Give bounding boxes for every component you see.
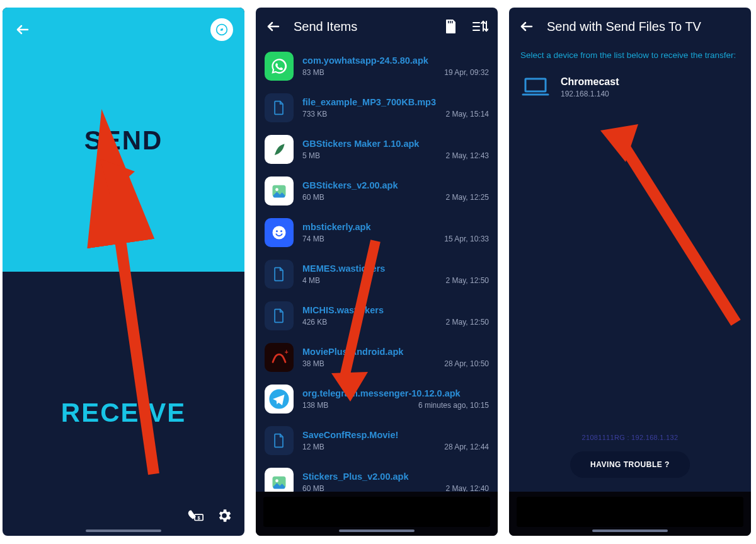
file-row[interactable]: MICHIS.wastickers426 KB2 May, 12:50: [256, 295, 498, 337]
file-time: 6 minutes ago, 10:15: [418, 401, 489, 410]
svg-point-19: [280, 230, 282, 232]
file-row[interactable]: mbstickerly.apk74 MB15 Apr, 10:33: [256, 212, 498, 253]
file-size: 4 MB: [302, 276, 320, 285]
back-button[interactable]: [518, 18, 536, 35]
file-row[interactable]: file_example_MP3_700KB.mp3733 KB2 May, 1…: [256, 87, 498, 129]
file-size: 5 MB: [302, 151, 320, 160]
laptop-icon: [522, 76, 549, 98]
home-indicator: [339, 530, 415, 532]
compass-button[interactable]: [210, 18, 233, 41]
file-size: 60 MB: [302, 484, 324, 492]
svg-rect-8: [450, 21, 451, 23]
screen-send-receive: SEND RECEIVE $: [3, 8, 244, 536]
home-indicator: [86, 530, 161, 532]
file-name: MoviePlus.Android.apk: [302, 347, 489, 357]
home-indicator: [592, 530, 668, 532]
device-item[interactable]: Chromecast 192.168.1.140: [509, 71, 751, 103]
file-time: 2 May, 12:43: [446, 151, 489, 160]
svg-text:$: $: [198, 515, 201, 521]
file-size: 60 MB: [302, 193, 324, 202]
storage-button[interactable]: [442, 18, 460, 35]
settings-button[interactable]: [215, 507, 233, 524]
instruction-text: Select a device from the list below to r…: [509, 45, 751, 71]
app-icon: [265, 135, 294, 164]
file-time: 2 May, 15:14: [446, 110, 489, 119]
this-device-info: 21081111RG : 192.168.1.132: [509, 434, 751, 441]
file-time: 2 May, 12:50: [446, 318, 489, 327]
send-region[interactable]: SEND: [3, 8, 244, 272]
file-name: GBStickers_v2.00.apk: [302, 180, 489, 190]
page-title: Send Items: [294, 20, 357, 34]
file-name: MICHIS.wastickers: [302, 305, 489, 315]
app-icon: [265, 385, 294, 414]
svg-point-17: [273, 226, 286, 240]
annotation-arrow-device: [591, 108, 751, 335]
device-name: Chromecast: [561, 76, 619, 88]
svg-point-23: [275, 479, 278, 482]
file-size: 83 MB: [302, 68, 324, 77]
file-name: Stickers_Plus_v2.00.apk: [302, 472, 489, 482]
page-title: Send with Send Files To TV: [547, 20, 701, 34]
app-icon: +: [265, 343, 294, 372]
device-ip: 192.168.1.140: [561, 90, 619, 98]
file-name: org.telegram.messenger-10.12.0.apk: [302, 388, 489, 398]
app-icon: [265, 177, 294, 205]
file-name: MEMES.wastickers: [302, 263, 489, 274]
file-row[interactable]: com.yowhatsapp-24.5.80.apk83 MB19 Apr, 0…: [256, 45, 498, 87]
file-row[interactable]: Stickers_Plus_v2.00.apk60 MB2 May, 12:40: [256, 461, 498, 492]
back-button[interactable]: [265, 18, 282, 35]
svg-rect-27: [525, 79, 546, 91]
receive-region[interactable]: RECEIVE $: [3, 272, 244, 536]
file-icon: [265, 93, 294, 122]
file-row[interactable]: +MoviePlus.Android.apk38 MB28 Apr, 10:50: [256, 337, 498, 378]
app-icon: [265, 218, 294, 247]
trouble-button[interactable]: HAVING TROUBLE ?: [570, 451, 690, 478]
svg-rect-9: [452, 21, 453, 23]
sort-button[interactable]: [471, 18, 489, 35]
file-name: SaveConfResp.Movie!: [302, 430, 489, 440]
file-size: 74 MB: [302, 234, 324, 243]
svg-text:+: +: [285, 349, 289, 356]
svg-point-18: [276, 230, 278, 232]
file-icon: [265, 260, 294, 289]
file-row[interactable]: MEMES.wastickers4 MB2 May, 12:50: [256, 253, 498, 295]
file-time: 2 May, 12:50: [446, 276, 489, 285]
file-time: 15 Apr, 10:33: [444, 234, 489, 243]
file-time: 19 Apr, 09:32: [444, 68, 489, 77]
file-size: 38 MB: [302, 359, 324, 368]
svg-marker-29: [600, 124, 638, 162]
screen-select-device: Send with Send Files To TV Select a devi…: [509, 8, 751, 536]
file-icon: [265, 301, 294, 330]
support-button[interactable]: $: [186, 507, 204, 524]
file-row[interactable]: SaveConfResp.Movie!12 MB28 Apr, 12:44: [256, 420, 498, 461]
svg-rect-7: [448, 21, 449, 23]
file-row[interactable]: GBStickers_v2.00.apk60 MB2 May, 12:25: [256, 170, 498, 212]
file-size: 426 KB: [302, 318, 327, 327]
svg-point-16: [275, 188, 278, 191]
file-name: com.yowhatsapp-24.5.80.apk: [302, 55, 489, 66]
file-size: 12 MB: [302, 443, 324, 451]
file-row[interactable]: org.telegram.messenger-10.12.0.apk138 MB…: [256, 378, 498, 420]
file-name: mbstickerly.apk: [302, 222, 489, 232]
send-label: SEND: [3, 125, 244, 156]
file-time: 28 Apr, 12:44: [444, 443, 489, 451]
app-icon: [265, 52, 294, 81]
file-size: 733 KB: [302, 110, 327, 119]
svg-line-28: [616, 134, 736, 323]
file-size: 138 MB: [302, 401, 328, 410]
file-name: file_example_MP3_700KB.mp3: [302, 97, 489, 107]
file-time: 28 Apr, 10:50: [444, 359, 489, 368]
file-name: GBStickers Maker 1.10.apk: [302, 139, 489, 149]
file-icon: [265, 426, 294, 455]
receive-label: RECEIVE: [3, 398, 244, 428]
screen-send-items: Send Items com.yowhatsapp-24.5.80.apk83 …: [256, 8, 498, 536]
back-button[interactable]: [14, 21, 32, 38]
app-icon: [265, 468, 294, 492]
file-time: 2 May, 12:40: [446, 484, 489, 492]
file-time: 2 May, 12:25: [446, 193, 489, 202]
file-row[interactable]: GBStickers Maker 1.10.apk5 MB2 May, 12:4…: [256, 129, 498, 170]
